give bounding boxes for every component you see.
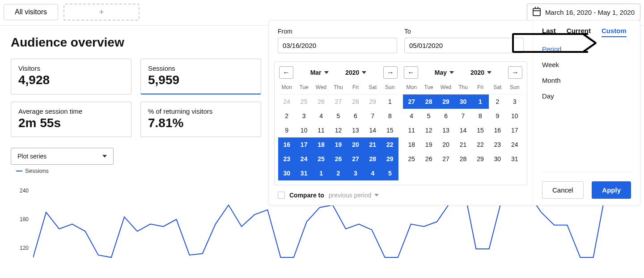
calendar-day[interactable]: 5: [420, 109, 437, 123]
calendar-day[interactable]: 27: [403, 94, 420, 109]
calendar-day[interactable]: 16: [489, 123, 506, 137]
calendar-day[interactable]: 30: [454, 94, 471, 109]
calendar-day[interactable]: 18: [313, 137, 330, 152]
calendar-day[interactable]: 7: [364, 109, 381, 123]
calendar-day[interactable]: 6: [437, 109, 454, 123]
calendar-day[interactable]: 29: [364, 94, 381, 109]
calendar-day[interactable]: 2: [489, 94, 506, 109]
calendar-day[interactable]: 1: [313, 166, 330, 180]
next-month-button-right[interactable]: →: [508, 66, 522, 79]
calendar-day[interactable]: 15: [381, 123, 398, 137]
calendar-day[interactable]: 24: [506, 137, 523, 152]
calendar-day[interactable]: 31: [506, 152, 523, 166]
calendar-day[interactable]: 7: [454, 109, 471, 123]
range-tab[interactable]: Custom: [602, 27, 627, 37]
calendar-day[interactable]: 20: [437, 137, 454, 152]
compare-period-select[interactable]: previous period: [329, 192, 379, 199]
calendar-day[interactable]: 30: [278, 166, 295, 180]
range-option[interactable]: Day: [542, 92, 631, 100]
prev-month-button-left[interactable]: ←: [279, 66, 293, 79]
calendar-day[interactable]: 30: [489, 152, 506, 166]
calendar-day[interactable]: 23: [278, 152, 295, 166]
year-select-left[interactable]: 2020: [345, 69, 366, 76]
calendar-day[interactable]: 3: [347, 166, 364, 180]
calendar-day[interactable]: 20: [347, 137, 364, 152]
calendar-day[interactable]: 14: [364, 123, 381, 137]
calendar-day[interactable]: 24: [278, 94, 295, 109]
metric-card[interactable]: % of returning visitors7.81%: [140, 102, 261, 137]
prev-month-button-right[interactable]: ←: [404, 66, 418, 79]
range-option[interactable]: Period: [542, 45, 631, 53]
calendar-day[interactable]: 27: [347, 152, 364, 166]
range-tab[interactable]: Current: [567, 27, 591, 37]
calendar-day[interactable]: 23: [489, 137, 506, 152]
calendar-day[interactable]: 19: [420, 137, 437, 152]
calendar-day[interactable]: 9: [278, 123, 295, 137]
calendar-day[interactable]: 8: [472, 109, 489, 123]
calendar-day[interactable]: 4: [364, 166, 381, 180]
from-input[interactable]: [278, 38, 397, 53]
year-select-right[interactable]: 2020: [470, 69, 491, 76]
calendar-day[interactable]: 26: [420, 152, 437, 166]
calendar-day[interactable]: 18: [403, 137, 420, 152]
calendar-day[interactable]: 29: [437, 94, 454, 109]
range-option[interactable]: Month: [542, 77, 631, 84]
calendar-day[interactable]: 13: [347, 123, 364, 137]
calendar-day[interactable]: 6: [347, 109, 364, 123]
calendar-day[interactable]: 2: [278, 109, 295, 123]
calendar-day[interactable]: 17: [295, 137, 312, 152]
calendar-day[interactable]: 3: [506, 94, 523, 109]
calendar-day[interactable]: 21: [454, 137, 471, 152]
date-range-button[interactable]: March 16, 2020 - May 1, 2020: [527, 4, 640, 21]
calendar-day[interactable]: 19: [330, 137, 347, 152]
calendar-day[interactable]: 22: [472, 137, 489, 152]
calendar-day[interactable]: 27: [330, 94, 347, 109]
calendar-day[interactable]: 17: [506, 123, 523, 137]
calendar-day[interactable]: 4: [313, 109, 330, 123]
calendar-day[interactable]: 28: [364, 152, 381, 166]
calendar-day[interactable]: 28: [347, 94, 364, 109]
calendar-day[interactable]: 2: [330, 166, 347, 180]
calendar-day[interactable]: 8: [381, 109, 398, 123]
calendar-day[interactable]: 24: [295, 152, 312, 166]
calendar-day[interactable]: 25: [403, 152, 420, 166]
calendar-day[interactable]: 25: [313, 152, 330, 166]
apply-button[interactable]: Apply: [592, 181, 631, 199]
calendar-day[interactable]: 5: [381, 166, 398, 180]
calendar-day[interactable]: 28: [454, 152, 471, 166]
calendar-day[interactable]: 3: [295, 109, 312, 123]
calendar-day[interactable]: 9: [489, 109, 506, 123]
month-select-right[interactable]: May: [435, 69, 454, 76]
calendar-day[interactable]: 28: [420, 94, 437, 109]
range-option[interactable]: Week: [542, 61, 631, 68]
calendar-day[interactable]: 4: [403, 109, 420, 123]
metric-card[interactable]: Sessions5,959: [140, 59, 261, 94]
calendar-day[interactable]: 15: [472, 123, 489, 137]
calendar-day[interactable]: 5: [330, 109, 347, 123]
calendar-day[interactable]: 12: [330, 123, 347, 137]
calendar-day[interactable]: 13: [437, 123, 454, 137]
calendar-day[interactable]: 27: [437, 152, 454, 166]
segment-all-visitors[interactable]: All visitors: [4, 4, 58, 20]
metric-card[interactable]: Average session time2m 55s: [11, 102, 131, 137]
calendar-day[interactable]: 16: [278, 137, 295, 152]
calendar-day[interactable]: 1: [472, 94, 489, 109]
month-select-left[interactable]: Mar: [310, 69, 329, 76]
to-input[interactable]: [404, 38, 524, 53]
cancel-button[interactable]: Cancel: [542, 181, 584, 199]
calendar-day[interactable]: 11: [313, 123, 330, 137]
calendar-day[interactable]: 11: [403, 123, 420, 137]
calendar-day[interactable]: 26: [313, 94, 330, 109]
calendar-day[interactable]: 29: [472, 152, 489, 166]
calendar-day[interactable]: 10: [506, 109, 523, 123]
calendar-day[interactable]: 10: [295, 123, 312, 137]
metric-card[interactable]: Visitors4,928: [11, 59, 131, 94]
calendar-day[interactable]: 22: [381, 137, 398, 152]
calendar-day[interactable]: 29: [381, 152, 398, 166]
next-month-button-left[interactable]: →: [383, 66, 398, 79]
calendar-day[interactable]: 12: [420, 123, 437, 137]
add-segment-button[interactable]: +: [64, 4, 140, 21]
calendar-day[interactable]: 14: [454, 123, 471, 137]
calendar-day[interactable]: 21: [364, 137, 381, 152]
calendar-day[interactable]: 31: [295, 166, 312, 180]
